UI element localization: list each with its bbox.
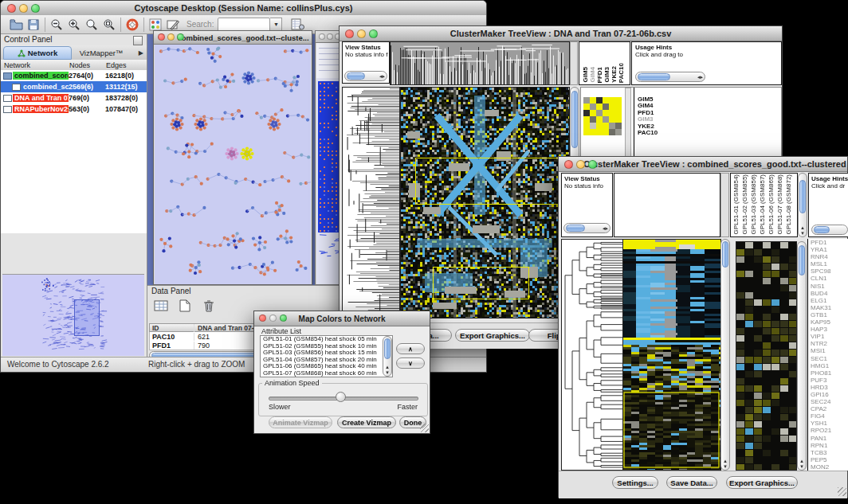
column-label[interactable]: GIM3 xyxy=(603,67,610,83)
column-label[interactable]: GPL51-04 (GSM857) xyxy=(759,174,768,235)
gene-label[interactable]: NTR2 xyxy=(808,340,848,347)
gene-label[interactable]: SEC1 xyxy=(808,355,848,362)
gene-label[interactable]: ELG1 xyxy=(808,297,848,304)
scrollbar-thumb[interactable] xyxy=(799,180,806,213)
scrollbar-thumb[interactable] xyxy=(571,91,578,148)
help-lifering-icon[interactable] xyxy=(124,17,141,33)
close-button[interactable] xyxy=(7,4,16,13)
heatmap-vscrollbar[interactable]: ▴▾ xyxy=(720,239,730,471)
gene-label[interactable]: NIS1 xyxy=(808,283,848,290)
column-dendrogram[interactable] xyxy=(390,41,570,85)
zoom-fit-icon[interactable] xyxy=(100,17,118,33)
export-graphics-button[interactable]: Export Graphics... xyxy=(455,329,530,342)
save-data-button[interactable]: Save Data... xyxy=(666,476,717,489)
create-vizmap-button[interactable]: Create Vizmap xyxy=(337,416,396,428)
attribute-listbox[interactable]: GPL51-01 (GSM854) heat shock 05 minGPL51… xyxy=(260,335,393,377)
gene-label[interactable]: PHO81 xyxy=(808,369,848,377)
column-label[interactable]: PFD1 xyxy=(596,67,603,83)
treeview1-titlebar[interactable]: ClusterMaker TreeView : DNA and Tran 07-… xyxy=(340,26,782,41)
move-down-button[interactable]: ∨ xyxy=(396,357,425,369)
view-status-hscrollbar[interactable]: ◂▸ xyxy=(563,223,610,233)
delete-attribute-icon[interactable] xyxy=(200,298,218,314)
matrix-row-label[interactable]: PAC10 xyxy=(638,130,658,136)
frame-minimize-button[interactable] xyxy=(327,33,333,40)
speed-slider-thumb[interactable] xyxy=(336,392,346,402)
column-dendrogram-empty[interactable] xyxy=(614,173,720,237)
scroll-arrows-icon[interactable]: ▴▾ xyxy=(383,364,391,375)
gene-label[interactable]: KAP95 xyxy=(808,318,848,326)
scroll-arrows-icon[interactable]: ◂▸ xyxy=(697,72,703,81)
secondary-vscrollbar[interactable]: ▴▾ xyxy=(797,241,807,471)
scroll-arrows-icon[interactable]: ◂▸ xyxy=(379,72,385,80)
settings-button[interactable]: Settings... xyxy=(612,476,658,489)
frame-close-button[interactable] xyxy=(319,33,325,40)
usage-hints-hscrollbar[interactable] xyxy=(811,225,848,235)
gene-label[interactable]: YSH1 xyxy=(808,420,848,427)
column-label[interactable]: GPL51-03 (GSM856) xyxy=(750,174,759,235)
gene-label[interactable]: BUD4 xyxy=(808,290,848,297)
tab-vizmapper[interactable]: VizMapper™ xyxy=(72,45,131,60)
gene-label[interactable]: CPA2 xyxy=(808,405,848,412)
gene-label[interactable]: TCB3 xyxy=(808,449,848,456)
gene-label[interactable]: HRD3 xyxy=(808,384,848,391)
row-dendrogram[interactable] xyxy=(561,239,623,471)
search-input[interactable] xyxy=(218,18,270,32)
scroll-arrows-icon[interactable]: ▴▾ xyxy=(799,225,807,236)
usage-hints-hscrollbar[interactable]: ◂▸ xyxy=(635,72,705,82)
network-list-row[interactable]: combined_scores 2764(0) 16218(0) xyxy=(1,70,147,81)
gene-label[interactable]: SEC24 xyxy=(808,398,848,405)
close-button[interactable] xyxy=(259,315,266,322)
column-label[interactable]: GIM4 xyxy=(589,67,596,83)
export-graphics-button[interactable]: Export Graphics... xyxy=(726,476,798,489)
move-up-button[interactable]: ∧ xyxy=(396,343,425,354)
network-list-row[interactable]: RNAPuberNov2+ 563(0) 107847(0) xyxy=(1,104,147,115)
float-panel-icon[interactable] xyxy=(133,36,143,45)
column-label[interactable]: GPL51-06 (GSM865) xyxy=(768,174,776,235)
network-list-row[interactable]: DNA and Tran 07 769(0) 183728(0) xyxy=(1,92,147,104)
gene-label[interactable]: MSL1 xyxy=(808,260,848,268)
gene-label[interactable]: GTB1 xyxy=(808,311,848,318)
zoom-selected-icon[interactable] xyxy=(83,17,100,33)
column-label[interactable]: GPL51-01 (GSM854) xyxy=(732,174,741,235)
tab-overflow-arrow[interactable]: ▶ xyxy=(131,45,147,60)
gene-label[interactable]: HAP3 xyxy=(808,326,848,333)
gene-label[interactable]: PFD1 xyxy=(808,239,848,246)
column-label[interactable]: GPL51-08 (GSM872) xyxy=(785,174,794,235)
scrollbar-thumb[interactable] xyxy=(799,245,805,275)
frame-minimize-button[interactable] xyxy=(167,33,175,41)
zoom-button[interactable] xyxy=(280,315,287,322)
minimize-button[interactable] xyxy=(269,315,277,322)
new-attribute-icon[interactable] xyxy=(176,298,194,314)
save-session-icon[interactable] xyxy=(25,17,42,33)
minimize-button[interactable] xyxy=(576,160,585,169)
frame-close-button[interactable] xyxy=(158,33,165,41)
scroll-arrows-icon[interactable]: ▴▾ xyxy=(798,458,806,469)
correlation-matrix[interactable] xyxy=(583,97,622,135)
animate-vizmap-button[interactable]: Animate Vizmap xyxy=(269,416,332,428)
close-button[interactable] xyxy=(345,29,354,38)
gene-label[interactable]: HMG1 xyxy=(808,362,848,369)
column-label[interactable]: YKE2 xyxy=(610,66,618,83)
gene-label[interactable]: SPC98 xyxy=(808,268,848,275)
gene-label[interactable]: MAK31 xyxy=(808,304,848,311)
column-label[interactable]: GPL51-07 (GSM868) xyxy=(776,174,785,235)
gene-label[interactable]: CLN1 xyxy=(808,275,848,282)
column-label[interactable]: GIM5 xyxy=(582,67,589,83)
gene-label[interactable]: VIP1 xyxy=(808,333,848,340)
column-label[interactable]: PAC10 xyxy=(618,63,625,83)
gene-label[interactable]: PEP5 xyxy=(808,456,848,463)
splitter[interactable] xyxy=(570,41,578,85)
row-dendrogram[interactable] xyxy=(342,87,400,318)
gene-label[interactable]: RPN1 xyxy=(808,442,848,449)
search-dropdown-arrow-icon[interactable]: ▼ xyxy=(270,18,282,32)
secondary-heatmap[interactable] xyxy=(736,241,797,471)
zoom-button[interactable] xyxy=(369,29,378,38)
close-button[interactable] xyxy=(564,160,573,169)
zoom-in-icon[interactable] xyxy=(65,17,83,33)
attribute-item[interactable]: GPL51-07 (GSM868) heat shock 60 min xyxy=(261,370,392,377)
gene-label[interactable]: YRA1 xyxy=(808,246,848,253)
scrollbar-thumb[interactable] xyxy=(638,73,670,80)
gene-label[interactable]: MSI1 xyxy=(808,347,848,354)
zoom-button[interactable] xyxy=(31,4,40,13)
main-titlebar[interactable]: Cytoscape Desktop (Session Name: collins… xyxy=(1,1,486,16)
